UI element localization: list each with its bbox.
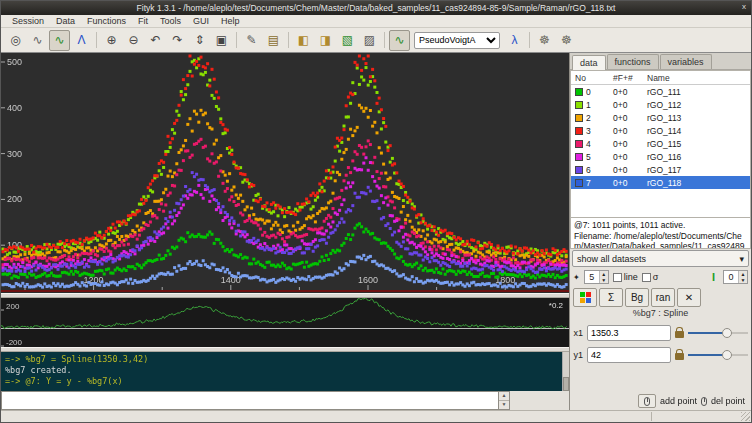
console-scrollbar[interactable] [562, 352, 569, 391]
tab-variables[interactable]: variables [660, 54, 712, 69]
sidebar-tabs: datafunctionsvariables [570, 53, 751, 70]
user-definitions-button-icon[interactable]: ☸ [556, 30, 577, 51]
dataset-row-rGO_118[interactable]: 70+0rGO_118 [571, 176, 750, 189]
line-checkbox[interactable]: line [613, 272, 638, 282]
menu-gui[interactable]: GUI [188, 16, 214, 26]
zoom-out-button-icon[interactable]: ⊖ [123, 30, 144, 51]
dataset-row-rGO_114[interactable]: 30+0rGO_114 [571, 124, 750, 137]
close-sidebar-button[interactable]: ✕ [677, 288, 701, 307]
dataset-color-swatch[interactable] [575, 140, 583, 148]
plot-column: =-> %bg7 = Spline(1350.3,42)%bg7 created… [1, 53, 569, 410]
dataset-color-swatch[interactable] [575, 101, 583, 109]
load-data-button-icon[interactable]: ◧ [293, 30, 314, 51]
tab-functions[interactable]: functions [607, 54, 659, 69]
sidebar-buttons: ΣBgran✕ [570, 286, 751, 308]
strip-background-button-icon[interactable]: λ [504, 30, 525, 51]
dataset-row-rGO_117[interactable]: 60+0rGO_117 [571, 163, 750, 176]
dataset-row-rGO_115[interactable]: 40+0rGO_115 [571, 137, 750, 150]
console-line: =-> @7: Y = y - %bg7(x) [5, 376, 559, 387]
fityk-window: Fityk 1.3.1 - /home/aleplo/test/Document… [0, 0, 752, 423]
script-button[interactable]: ran [651, 288, 675, 307]
param-x1-input[interactable] [587, 325, 671, 341]
mouse-hint-row: add point del point [570, 392, 751, 410]
dataset-info: @7: 1011 points, 1011 active. Filename: … [570, 218, 751, 249]
param-row-x1: x1 [570, 322, 751, 344]
dataset-color-swatch[interactable] [575, 114, 583, 122]
edit-script-button-icon[interactable]: ✎ [241, 30, 262, 51]
dataset-color-swatch[interactable] [575, 153, 583, 161]
mouse-config-button[interactable] [638, 394, 656, 408]
aux-plot-canvas[interactable] [1, 298, 569, 347]
function-type-select[interactable]: PseudoVoigtA [414, 32, 500, 49]
point-size-spinner[interactable]: 5 ▲▼ [584, 270, 609, 284]
dataset-color-swatch[interactable] [575, 88, 583, 96]
lock-icon[interactable] [675, 353, 684, 360]
menu-fit[interactable]: Fit [133, 16, 153, 26]
data-range-mode-button-icon[interactable]: ∿ [49, 30, 70, 51]
param-x1-slider[interactable] [688, 327, 748, 339]
zoom-all-button-icon[interactable]: ▣ [211, 30, 232, 51]
shift-spinner[interactable]: 0 ▲▼ [723, 270, 748, 284]
title-bar: Fityk 1.3.1 - /home/aleplo/test/Document… [1, 1, 751, 15]
close-window-button[interactable]: x [742, 2, 746, 11]
dataset-row-rGO_111[interactable]: 00+0rGO_111 [571, 85, 750, 98]
command-history-spinner[interactable]: ▲▼ [499, 391, 510, 410]
toolbar-separator [384, 32, 385, 48]
dataset-row-rGO_113[interactable]: 20+0rGO_113 [571, 111, 750, 124]
mouse-icon [644, 397, 650, 406]
lock-icon[interactable] [675, 331, 684, 338]
load-data-custom-button-icon[interactable]: ◨ [315, 30, 336, 51]
console-line: =-> %bg7 = Spline(1350.3,42) [5, 354, 559, 365]
zoom-vertical-button-icon[interactable]: ⇕ [189, 30, 210, 51]
edit-data-button-icon[interactable]: ▨ [359, 30, 380, 51]
function-label: %bg7 : Spline [570, 308, 751, 322]
window-title: Fityk 1.3.1 - /home/aleplo/test/Document… [137, 3, 616, 13]
command-input[interactable] [1, 391, 499, 410]
dataset-color-swatch[interactable] [575, 179, 583, 187]
param-row-y1: y1 [570, 344, 751, 366]
mouse-buttons-icon [701, 397, 707, 406]
menu-bar: SessionDataFunctionsFitToolsGUIHelp [1, 15, 751, 28]
point-controls: ✦ 5 ▲▼ line σ Ι 0 ▲▼ [570, 268, 751, 286]
param-y1-input[interactable] [587, 347, 671, 363]
toolbar-separator [96, 32, 97, 48]
chevron-down-icon: ▾ [739, 254, 744, 264]
datasets-grid-button[interactable] [573, 288, 597, 307]
zoom-prev-button-icon[interactable]: ↶ [145, 30, 166, 51]
settings-gear-button-icon[interactable]: ☸ [534, 30, 555, 51]
param-label: y1 [573, 350, 583, 360]
sum-button[interactable]: Σ [599, 288, 623, 307]
add-point-hint: add point [660, 396, 697, 406]
zoom-mode-button-icon[interactable]: ◎ [5, 30, 26, 51]
zoom-next-button-icon[interactable]: ↷ [167, 30, 188, 51]
param-label: x1 [573, 328, 583, 338]
sigma-checkbox[interactable]: σ [642, 272, 659, 282]
add-peak-mode-button-icon[interactable]: Λ [71, 30, 92, 51]
toolbar-separator [288, 32, 289, 48]
param-y1-slider[interactable] [688, 349, 748, 361]
resize-grip[interactable] [741, 412, 750, 421]
menu-tools[interactable]: Tools [155, 16, 186, 26]
dataset-row-rGO_116[interactable]: 50+0rGO_116 [571, 150, 750, 163]
menu-data[interactable]: Data [51, 16, 80, 26]
background-button[interactable]: Bg [625, 288, 649, 307]
dataset-row-rGO_112[interactable]: 10+0rGO_112 [571, 98, 750, 111]
main-area: =-> %bg7 = Spline(1350.3,42)%bg7 created… [1, 53, 751, 410]
parameter-rows: x1y1 [570, 322, 751, 366]
data-view-mode-button-icon[interactable]: ∿ [27, 30, 48, 51]
dataset-filter-dropdown[interactable]: show all datasets ▾ [572, 250, 749, 267]
sidebar: datafunctionsvariables No#F+#Name00+0rGO… [569, 53, 751, 410]
menu-session[interactable]: Session [7, 16, 49, 26]
main-plot-canvas[interactable] [1, 53, 569, 293]
menu-functions[interactable]: Functions [82, 16, 131, 26]
console-output: =-> %bg7 = Spline(1350.3,42)%bg7 created… [1, 352, 569, 391]
dataset-color-swatch[interactable] [575, 127, 583, 135]
dataset-color-swatch[interactable] [575, 166, 583, 174]
shift-icon: Ι [712, 271, 719, 283]
auto-add-peak-button-icon[interactable]: ∿ [389, 30, 410, 51]
view-data-button-icon[interactable]: ▧ [337, 30, 358, 51]
tab-data[interactable]: data [572, 55, 606, 70]
zoom-in-button-icon[interactable]: ⊕ [101, 30, 122, 51]
menu-help[interactable]: Help [216, 16, 245, 26]
session-settings-button-icon[interactable]: ▤ [263, 30, 284, 51]
